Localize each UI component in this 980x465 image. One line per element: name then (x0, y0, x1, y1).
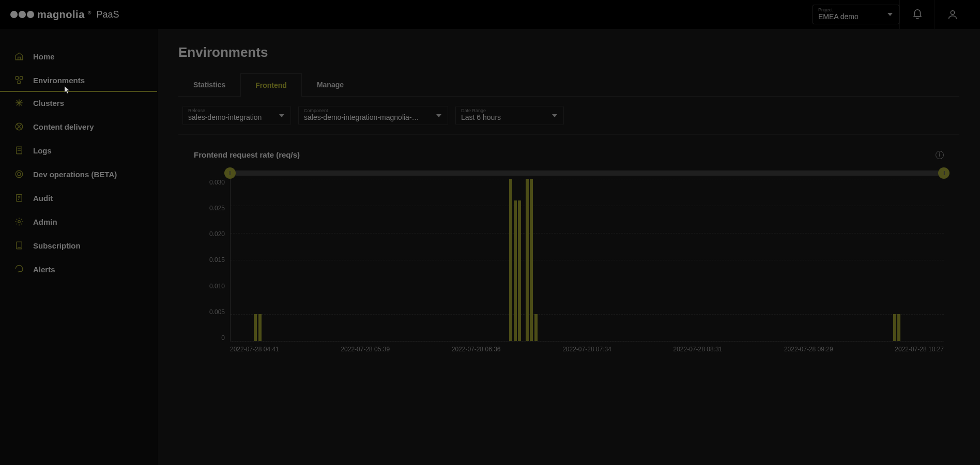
brand-word: magnolia (37, 9, 85, 21)
brand-logo: magnolia ® (10, 9, 91, 21)
chart-title: Frontend request rate (req/s) (194, 150, 300, 159)
brand-registered-icon: ® (88, 10, 91, 16)
tab-statistics[interactable]: Statistics (178, 73, 240, 96)
sidebar-item-label: Dev operations (BETA) (33, 170, 117, 179)
x-tick-label: 2022-07-28 07:34 (562, 346, 611, 353)
chevron-down-icon (436, 114, 441, 117)
y-tick-label: 0.015 (209, 256, 225, 264)
chart-bar (534, 314, 538, 341)
chart-title-row: Frontend request rate (req/s) i (194, 150, 944, 159)
chart-bar (526, 179, 529, 341)
logs-icon (14, 146, 24, 155)
component-select-value: sales-demo-integration-magnolia-helm (304, 113, 423, 121)
daterange-select[interactable]: Date Range Last 6 hours (455, 106, 564, 125)
sidebar-item-label: Subscription (33, 241, 81, 250)
admin-icon (14, 217, 24, 226)
chart-bar (518, 200, 521, 341)
chart-bar (893, 314, 896, 341)
chart-bar (514, 200, 517, 341)
x-tick-label: 2022-07-28 08:31 (673, 346, 723, 353)
brand-mark-icon (10, 11, 34, 18)
environments-icon (14, 75, 24, 85)
svg-point-8 (18, 221, 21, 223)
dev-ops-icon (14, 169, 24, 179)
chart-gridline (231, 206, 944, 206)
sidebar-item-label: Audit (33, 194, 53, 203)
x-tick-label: 2022-07-28 04:41 (230, 346, 279, 353)
user-icon (947, 9, 958, 20)
sidebar-item-environments[interactable]: Environments (0, 68, 157, 92)
range-handle-right[interactable] (938, 167, 950, 179)
release-select[interactable]: Release sales-demo-integration (182, 106, 291, 125)
release-select-label: Release (188, 108, 268, 113)
content-delivery-icon (14, 122, 24, 131)
sidebar: HomeEnvironmentsClustersContent delivery… (0, 29, 158, 465)
sidebar-item-label: Logs (33, 146, 52, 155)
tabs: StatisticsFrontendManage (178, 73, 959, 97)
y-tick-label: 0 (221, 334, 225, 342)
release-select-value: sales-demo-integration (188, 113, 268, 121)
tab-manage[interactable]: Manage (302, 73, 359, 96)
x-tick-label: 2022-07-28 05:39 (341, 346, 390, 353)
main-content: Environments StatisticsFrontendManage Re… (158, 29, 980, 465)
sidebar-item-clusters[interactable]: Clusters (0, 91, 157, 115)
y-tick-label: 0.030 (209, 179, 225, 186)
sidebar-item-label: Content delivery (33, 122, 94, 131)
project-select-value: EMEA demo (818, 12, 876, 21)
sidebar-item-label: Home (33, 52, 55, 61)
svg-point-0 (951, 11, 954, 14)
chart-gridline (231, 179, 944, 179)
sidebar-item-label: Alerts (33, 265, 55, 274)
y-tick-label: 0.020 (209, 230, 225, 238)
x-tick-label: 2022-07-28 10:27 (895, 346, 944, 353)
sidebar-item-logs[interactable]: Logs (0, 138, 157, 162)
page-title: Environments (178, 44, 959, 60)
chart-bar (509, 179, 512, 341)
chart-plot-area (230, 179, 944, 342)
sidebar-item-label: Clusters (33, 99, 64, 107)
sidebar-item-content-delivery[interactable]: Content delivery (0, 115, 157, 138)
chart-x-axis: 2022-07-28 04:412022-07-28 05:392022-07-… (230, 346, 944, 353)
home-icon (14, 52, 24, 61)
bell-icon (912, 9, 923, 20)
chart-card: Frontend request rate (req/s) i 0.0300.0… (178, 150, 959, 353)
sidebar-item-audit[interactable]: Audit (0, 186, 157, 210)
brand-suffix: PaaS (96, 9, 119, 20)
svg-rect-3 (18, 81, 20, 84)
info-icon[interactable]: i (936, 151, 944, 159)
range-handle-left[interactable] (224, 167, 236, 179)
chart-gridline (231, 341, 944, 342)
sidebar-item-subscription[interactable]: Subscription (0, 234, 157, 257)
sidebar-item-label: Environments (33, 76, 85, 85)
chart-range-slider[interactable] (230, 171, 944, 176)
chart-gridline (231, 314, 944, 315)
notifications-button[interactable] (899, 0, 935, 29)
chevron-down-icon (552, 114, 557, 117)
sidebar-item-alerts[interactable]: Alerts (0, 257, 157, 281)
daterange-select-value: Last 6 hours (461, 113, 541, 121)
alerts-icon (14, 265, 24, 274)
project-select[interactable]: Project EMEA demo (813, 5, 899, 24)
chart-bar (530, 179, 533, 341)
filter-bar: Release sales-demo-integration Component… (178, 97, 959, 135)
chart-gridline (231, 260, 944, 260)
y-tick-label: 0.025 (209, 205, 225, 212)
chart-bar (258, 314, 262, 341)
svg-rect-1 (16, 76, 18, 79)
chart-y-axis: 0.0300.0250.0200.0150.0100.0050 (194, 179, 225, 342)
chevron-down-icon (279, 114, 284, 117)
sidebar-item-admin[interactable]: Admin (0, 210, 157, 234)
svg-point-6 (16, 171, 23, 178)
sidebar-item-label: Admin (33, 218, 57, 226)
x-tick-label: 2022-07-28 06:36 (452, 346, 501, 353)
account-button[interactable] (935, 0, 970, 29)
audit-icon (14, 193, 24, 203)
chart-gridline (231, 287, 944, 287)
project-select-label: Project (818, 7, 876, 12)
sidebar-item-home[interactable]: Home (0, 44, 157, 68)
tab-frontend[interactable]: Frontend (240, 73, 302, 97)
component-select[interactable]: Component sales-demo-integration-magnoli… (298, 106, 448, 125)
sidebar-item-dev-ops[interactable]: Dev operations (BETA) (0, 162, 157, 186)
x-tick-label: 2022-07-28 09:29 (784, 346, 833, 353)
subscription-icon (14, 241, 24, 250)
